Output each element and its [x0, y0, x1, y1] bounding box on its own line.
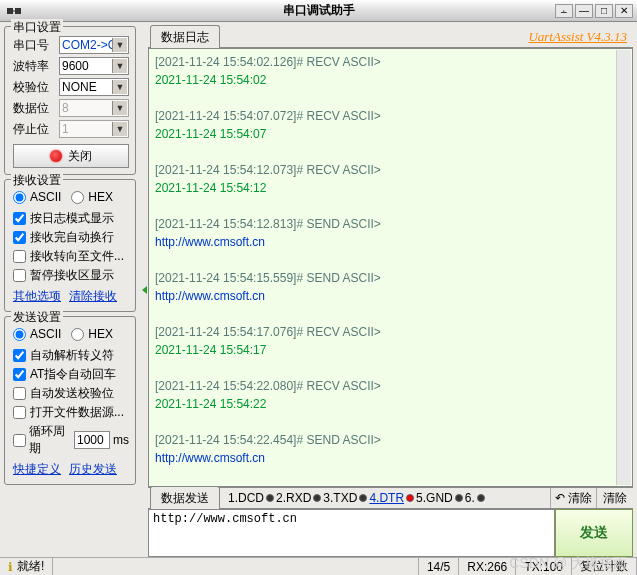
log-body: http://www.cmsoft.cn: [155, 287, 626, 305]
signal-2RXD[interactable]: 2.RXD: [276, 491, 321, 505]
signal-dot-icon: [266, 494, 274, 502]
recv-hex-radio[interactable]: HEX: [71, 190, 113, 204]
log-tab[interactable]: 数据日志: [150, 25, 220, 49]
send-input[interactable]: [148, 509, 555, 557]
log-body: 2021-11-24 15:54:22: [155, 395, 626, 413]
status-rx: RX:266: [459, 558, 516, 575]
signal-3TXD[interactable]: 3.TXD: [323, 491, 367, 505]
recv-opt2[interactable]: 接收完自动换行: [13, 229, 129, 246]
databits-label: 数据位: [13, 100, 55, 117]
status-dot-icon: [50, 150, 62, 162]
log-header: [2021-11-24 15:54:15.559]# SEND ASCII>: [155, 269, 626, 287]
minimize-button[interactable]: —: [575, 4, 593, 18]
send-opt1[interactable]: 自动解析转义符: [13, 347, 129, 364]
signal-4DTR[interactable]: 4.DTR: [369, 491, 414, 505]
clear-button[interactable]: 清除: [596, 488, 633, 508]
log-header: [2021-11-24 15:54:12.073]# RECV ASCII>: [155, 161, 626, 179]
log-body: http://www.cmsoft.cn: [155, 449, 626, 467]
status-tx: TX:100: [516, 558, 572, 575]
recv-opt4[interactable]: 暂停接收区显示: [13, 267, 129, 284]
signal-dot-icon: [455, 494, 463, 502]
pin-icon[interactable]: ⫠: [555, 4, 573, 18]
close-window-button[interactable]: ✕: [615, 4, 633, 18]
port-settings-group: 串口设置 串口号COM2->COM 波特率9600 校验位NONE 数据位8 停…: [4, 26, 136, 175]
status-ready: 就绪!: [17, 558, 44, 575]
recv-other-link[interactable]: 其他选项: [13, 288, 61, 305]
status-counter: 14/5: [419, 558, 459, 575]
send-history-link[interactable]: 历史发送: [69, 461, 117, 478]
signal-6[interactable]: 6.: [465, 491, 485, 505]
signal-dot-icon: [359, 494, 367, 502]
window-title: 串口调试助手: [283, 2, 355, 19]
stopbits-label: 停止位: [13, 121, 55, 138]
log-body: 2021-11-24 15:54:12: [155, 179, 626, 197]
ready-icon: ℹ: [8, 560, 13, 574]
log-body: 2021-11-24 15:54:02: [155, 71, 626, 89]
titlebar: 串口调试助手 ⫠ — □ ✕: [0, 0, 637, 22]
send-opt3[interactable]: 自动发送校验位: [13, 385, 129, 402]
log-header: [2021-11-24 15:54:22.454]# SEND ASCII>: [155, 431, 626, 449]
log-header: [2021-11-24 15:54:22.080]# RECV ASCII>: [155, 377, 626, 395]
close-port-button[interactable]: 关闭: [13, 144, 129, 168]
svg-rect-1: [15, 8, 21, 14]
cycle-label: 循环周期: [29, 423, 71, 457]
port-select[interactable]: COM2->COM: [59, 36, 129, 54]
parity-label: 校验位: [13, 79, 55, 96]
clear-undo-button[interactable]: ↶ 清除: [550, 488, 596, 508]
log-body: 2021-11-24 15:54:17: [155, 341, 626, 359]
group-title: 发送设置: [11, 309, 63, 326]
log-header: [2021-11-24 15:54:07.072]# RECV ASCII>: [155, 107, 626, 125]
signal-5GND[interactable]: 5.GND: [416, 491, 463, 505]
cycle-unit: ms: [113, 433, 129, 447]
app-logo-icon: [4, 3, 24, 19]
baud-select[interactable]: 9600: [59, 57, 129, 75]
signal-dot-icon: [477, 494, 485, 502]
svg-rect-0: [7, 8, 13, 14]
log-header: [2021-11-24 15:54:12.813]# SEND ASCII>: [155, 215, 626, 233]
log-header: [2021-11-24 15:54:17.076]# RECV ASCII>: [155, 323, 626, 341]
send-quick-link[interactable]: 快捷定义: [13, 461, 61, 478]
log-header: [2021-11-24 15:54:02.126]# RECV ASCII>: [155, 53, 626, 71]
send-opt4[interactable]: 打开文件数据源...: [13, 404, 129, 421]
status-bar: ℹ就绪! 14/5 RX:266 TX:100 复位计数: [0, 557, 637, 575]
signal-1DCD[interactable]: 1.DCD: [228, 491, 274, 505]
status-reset[interactable]: 复位计数: [572, 558, 637, 575]
cycle-check[interactable]: [13, 434, 26, 447]
port-label: 串口号: [13, 37, 55, 54]
stopbits-select[interactable]: 1: [59, 120, 129, 138]
log-area[interactable]: [2021-11-24 15:54:02.126]# RECV ASCII>20…: [148, 48, 633, 487]
signal-dot-icon: [406, 494, 414, 502]
close-port-label: 关闭: [68, 148, 92, 165]
splitter[interactable]: [140, 22, 148, 557]
recv-clear-link[interactable]: 清除接收: [69, 288, 117, 305]
group-title: 串口设置: [11, 19, 63, 36]
recv-opt3[interactable]: 接收转向至文件...: [13, 248, 129, 265]
brand-link[interactable]: UartAssist V4.3.13: [528, 29, 633, 45]
send-hex-radio[interactable]: HEX: [71, 327, 113, 341]
signal-dot-icon: [313, 494, 321, 502]
recv-opt1[interactable]: 按日志模式显示: [13, 210, 129, 227]
send-settings-group: 发送设置 ASCII HEX 自动解析转义符 AT指令自动回车 自动发送校验位 …: [4, 316, 136, 485]
send-opt2[interactable]: AT指令自动回车: [13, 366, 129, 383]
baud-label: 波特率: [13, 58, 55, 75]
log-body: 2021-11-24 15:54:07: [155, 125, 626, 143]
log-body: http://www.cmsoft.cn: [155, 233, 626, 251]
scrollbar[interactable]: [616, 50, 631, 485]
parity-select[interactable]: NONE: [59, 78, 129, 96]
send-button[interactable]: 发送: [555, 509, 633, 557]
databits-select[interactable]: 8: [59, 99, 129, 117]
send-tab[interactable]: 数据发送: [150, 486, 220, 510]
group-title: 接收设置: [11, 172, 63, 189]
recv-settings-group: 接收设置 ASCII HEX 按日志模式显示 接收完自动换行 接收转向至文件..…: [4, 179, 136, 312]
send-ascii-radio[interactable]: ASCII: [13, 327, 61, 341]
recv-ascii-radio[interactable]: ASCII: [13, 190, 61, 204]
cycle-input[interactable]: [74, 431, 110, 449]
maximize-button[interactable]: □: [595, 4, 613, 18]
